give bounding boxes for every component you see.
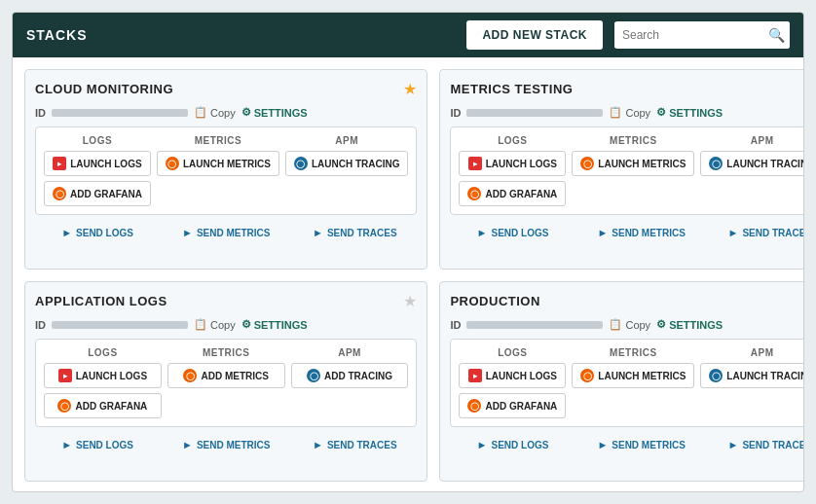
stack-name: CLOUD MONITORING (35, 82, 173, 96)
id-bar (52, 321, 188, 329)
star-icon[interactable]: ★ (403, 292, 417, 310)
apm-col: APM ◯ LAUNCH TRACING (700, 135, 803, 206)
id-bar (52, 109, 188, 117)
id-label: ID (450, 107, 461, 119)
page-title: STACKS (26, 27, 455, 43)
add-metrics-button[interactable]: ◯ ADD METRICS (167, 363, 285, 388)
apm-icon: ◯ (709, 157, 723, 170)
apm-icon: ◯ (709, 369, 723, 382)
send-traces-link[interactable]: ► SEND TRACES (292, 439, 417, 450)
send-traces-link[interactable]: ► SEND TRACES (292, 227, 417, 238)
add-grafana-button[interactable]: ◯ ADD GRAFANA (459, 393, 566, 418)
logs-col: LOGS ▸ LAUNCH LOGS ◯ ADD GRAFANA (44, 347, 162, 418)
launch-logs-button[interactable]: ▸ LAUNCH LOGS (44, 151, 151, 176)
send-logs-link[interactable]: ► SEND LOGS (35, 227, 160, 238)
metrics-icon: ◯ (580, 369, 594, 382)
logs-icon: ▸ (58, 369, 72, 382)
send-arrow-icon: ► (597, 227, 608, 238)
logs-header: LOGS (44, 347, 162, 358)
launch-metrics-button[interactable]: ◯ LAUNCH METRICS (572, 151, 694, 176)
send-arrow-icon: ► (61, 439, 72, 450)
id-bar (466, 109, 603, 117)
bottom-links: ► SEND LOGS ► SEND METRICS ► SEND TRACES (450, 435, 803, 452)
services-grid: LOGS ▸ LAUNCH LOGS ◯ ADD GRAFANA METRICS (35, 339, 417, 427)
services-grid: LOGS ▸ LAUNCH LOGS ◯ ADD GRAFANA METRICS (35, 126, 417, 215)
stack-name: PRODUCTION (450, 294, 539, 308)
stack-card-production: PRODUCTION ★ ID 📋 Copy ⚙ SETTINGS (439, 281, 803, 482)
metrics-icon: ◯ (183, 369, 197, 382)
search-icon: 🔍 (768, 27, 785, 43)
send-traces-link[interactable]: ► SEND TRACES (708, 227, 803, 238)
add-tracing-button[interactable]: ◯ ADD TRACING (291, 363, 409, 388)
send-traces-link[interactable]: ► SEND TRACES (708, 439, 803, 450)
metrics-header: METRICS (167, 347, 285, 358)
launch-logs-button[interactable]: ▸ LAUNCH LOGS (459, 151, 566, 176)
copy-button[interactable]: 📋 Copy (194, 318, 236, 331)
launch-logs-button[interactable]: ▸ LAUNCH LOGS (44, 363, 162, 388)
search-icon-button[interactable]: 🔍 (760, 21, 790, 49)
copy-icon: 📋 (194, 318, 207, 331)
metrics-header: METRICS (157, 135, 279, 146)
star-icon[interactable]: ★ (403, 80, 417, 98)
stack-card-cloud-monitoring: CLOUD MONITORING ★ ID 📋 Copy ⚙ SETTINGS (24, 69, 427, 270)
copy-button[interactable]: 📋 Copy (194, 106, 236, 119)
stack-card-application-logs: APPLICATION LOGS ★ ID 📋 Copy ⚙ SETTINGS (24, 281, 427, 482)
apm-header: APM (700, 135, 803, 146)
send-metrics-link[interactable]: ► SEND METRICS (164, 439, 288, 450)
send-metrics-link[interactable]: ► SEND METRICS (579, 439, 704, 450)
metrics-col: METRICS ◯ LAUNCH METRICS (572, 135, 694, 206)
add-grafana-button[interactable]: ◯ ADD GRAFANA (44, 393, 162, 418)
stack-name: APPLICATION LOGS (35, 294, 167, 308)
launch-metrics-button[interactable]: ◯ LAUNCH METRICS (157, 151, 279, 176)
settings-button[interactable]: ⚙ SETTINGS (241, 106, 308, 119)
apm-icon: ◯ (294, 157, 308, 170)
settings-button[interactable]: ⚙ SETTINGS (241, 318, 308, 331)
gear-icon: ⚙ (241, 318, 251, 331)
metrics-col: METRICS ◯ LAUNCH METRICS (572, 347, 694, 418)
send-arrow-icon: ► (477, 439, 488, 450)
copy-button[interactable]: 📋 Copy (609, 318, 650, 331)
search-input[interactable] (614, 22, 760, 48)
settings-button[interactable]: ⚙ SETTINGS (656, 106, 723, 119)
gear-icon: ⚙ (241, 106, 251, 119)
id-bar (466, 321, 603, 329)
send-arrow-icon: ► (313, 227, 323, 238)
apm-header: APM (291, 347, 409, 358)
send-arrow-icon: ► (728, 227, 739, 238)
copy-icon: 📋 (609, 106, 622, 119)
add-grafana-button[interactable]: ◯ ADD GRAFANA (44, 181, 151, 206)
add-new-stack-button[interactable]: ADD NEW STACK (466, 20, 603, 50)
send-arrow-icon: ► (61, 227, 72, 238)
send-logs-link[interactable]: ► SEND LOGS (35, 439, 160, 450)
launch-logs-button[interactable]: ▸ LAUNCH LOGS (459, 363, 566, 388)
stack-header: APPLICATION LOGS ★ (35, 292, 417, 310)
stack-id-row: ID 📋 Copy ⚙ SETTINGS (35, 318, 417, 331)
logs-col: LOGS ▸ LAUNCH LOGS ◯ ADD GRAFANA (459, 135, 566, 206)
gear-icon: ⚙ (656, 106, 666, 119)
send-metrics-link[interactable]: ► SEND METRICS (164, 227, 288, 238)
logs-header: LOGS (459, 135, 566, 146)
id-label: ID (450, 319, 461, 331)
add-grafana-button[interactable]: ◯ ADD GRAFANA (459, 181, 566, 206)
settings-button[interactable]: ⚙ SETTINGS (656, 318, 723, 331)
logs-col: LOGS ▸ LAUNCH LOGS ◯ ADD GRAFANA (459, 347, 566, 418)
gear-icon: ⚙ (656, 318, 666, 331)
launch-metrics-button[interactable]: ◯ LAUNCH METRICS (572, 363, 694, 388)
send-arrow-icon: ► (597, 439, 608, 450)
send-metrics-link[interactable]: ► SEND METRICS (579, 227, 704, 238)
logs-icon: ▸ (53, 157, 66, 170)
id-label: ID (35, 107, 46, 119)
send-logs-link[interactable]: ► SEND LOGS (450, 439, 575, 450)
search-container: 🔍 (614, 21, 790, 49)
bottom-links: ► SEND LOGS ► SEND METRICS ► SEND TRACES (450, 223, 803, 240)
launch-tracing-button[interactable]: ◯ LAUNCH TRACING (285, 151, 409, 176)
apm-col: APM ◯ LAUNCH TRACING (700, 347, 803, 418)
launch-tracing-button[interactable]: ◯ LAUNCH TRACING (700, 363, 803, 388)
stack-header: CLOUD MONITORING ★ (35, 80, 417, 98)
launch-tracing-button[interactable]: ◯ LAUNCH TRACING (700, 151, 803, 176)
copy-button[interactable]: 📋 Copy (609, 106, 650, 119)
logs-header: LOGS (459, 347, 566, 358)
stack-card-metrics-testing: METRICS TESTING ★ ID 📋 Copy ⚙ SETTINGS (439, 69, 803, 270)
send-logs-link[interactable]: ► SEND LOGS (450, 227, 575, 238)
stack-header: PRODUCTION ★ (450, 292, 803, 310)
